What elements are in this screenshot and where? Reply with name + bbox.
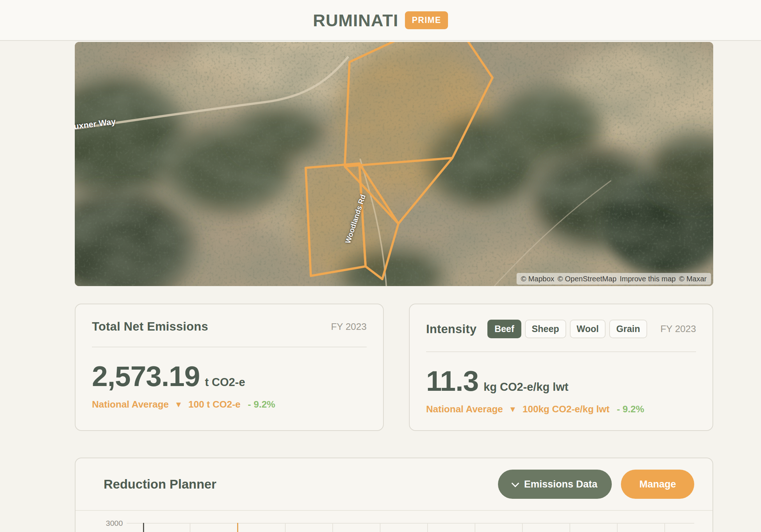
reduction-planner-card: Reduction Planner Emissions Data Manage … [75, 458, 713, 532]
intensity-unit: kg CO2-e/kg lwt [484, 381, 569, 394]
y-axis-tick-label: 3000 [106, 519, 123, 528]
mapbox-attribution-link[interactable]: © Mapbox [521, 275, 554, 283]
manage-button[interactable]: Manage [621, 470, 694, 499]
gridline-vertical [332, 523, 333, 532]
current-year-marker-line [237, 523, 238, 532]
gridline-vertical [475, 523, 475, 532]
brand-logo: RUMINATI [313, 10, 398, 30]
benchmark-label: National Average [92, 399, 169, 410]
divider [92, 347, 367, 347]
osm-attribution-link[interactable]: © OpenStreetMap [557, 275, 616, 283]
benchmark-delta: - 9.2% [248, 399, 275, 410]
gridline-vertical [617, 523, 618, 532]
gridline-vertical [664, 523, 665, 532]
emissions-unit: t CO2-e [205, 376, 245, 389]
gridline-vertical [190, 523, 190, 532]
intensity-tab-group: Beef Sheep Wool Grain [487, 320, 647, 338]
prime-badge: PRIME [405, 11, 448, 29]
maxar-attribution-link[interactable]: © Maxar [679, 275, 707, 283]
property-boundary-polygon[interactable] [306, 163, 366, 276]
gridline-vertical [380, 523, 380, 532]
card-title: Intensity [426, 322, 476, 336]
tab-wool[interactable]: Wool [570, 320, 606, 338]
card-title: Total Net Emissions [92, 320, 208, 334]
tab-beef[interactable]: Beef [487, 320, 521, 338]
chevron-down-icon [511, 479, 519, 487]
triangle-down-icon: ▼ [509, 405, 517, 414]
divider [426, 351, 696, 352]
improve-map-link[interactable]: Improve this map [620, 275, 676, 283]
main-content: ruxner Way Woodlands Rd © Mapbox © OpenS… [75, 42, 713, 532]
benchmark-value: 100 t CO2-e [188, 399, 240, 410]
app-header: RUMINATI PRIME [0, 0, 761, 41]
intensity-card: Intensity Beef Sheep Wool Grain FY 2023 … [409, 304, 713, 431]
gridline-horizontal [127, 523, 694, 524]
gridline-vertical [285, 523, 286, 532]
tab-grain[interactable]: Grain [609, 320, 647, 338]
tab-sheep[interactable]: Sheep [525, 320, 566, 338]
reduction-planner-chart: 3000 [76, 511, 712, 532]
gridline-vertical [522, 523, 523, 532]
stat-cards-row: Total Net Emissions FY 2023 2,573.19 t C… [75, 304, 713, 431]
satellite-imagery [75, 42, 713, 286]
emissions-data-button-label: Emissions Data [524, 479, 597, 490]
gridline-vertical [427, 523, 428, 532]
total-net-emissions-card: Total Net Emissions FY 2023 2,573.19 t C… [75, 304, 384, 431]
y-axis-line [143, 523, 144, 532]
gridline-vertical [569, 523, 570, 532]
triangle-down-icon: ▼ [174, 400, 182, 409]
emissions-data-button[interactable]: Emissions Data [498, 470, 612, 499]
manage-button-label: Manage [639, 479, 676, 490]
benchmark-label: National Average [426, 404, 503, 415]
benchmark-value: 100kg CO2-e/kg lwt [522, 404, 609, 415]
property-map[interactable]: ruxner Way Woodlands Rd © Mapbox © OpenS… [75, 42, 713, 286]
intensity-value: 11.3 [426, 365, 479, 398]
benchmark-delta: - 9.2% [617, 404, 644, 415]
emissions-value: 2,573.19 [92, 360, 200, 393]
map-attribution: © Mapbox © OpenStreetMap Improve this ma… [517, 273, 711, 285]
fiscal-year-label: FY 2023 [660, 323, 696, 335]
fiscal-year-label: FY 2023 [331, 321, 367, 332]
reduction-planner-title: Reduction Planner [104, 477, 216, 491]
